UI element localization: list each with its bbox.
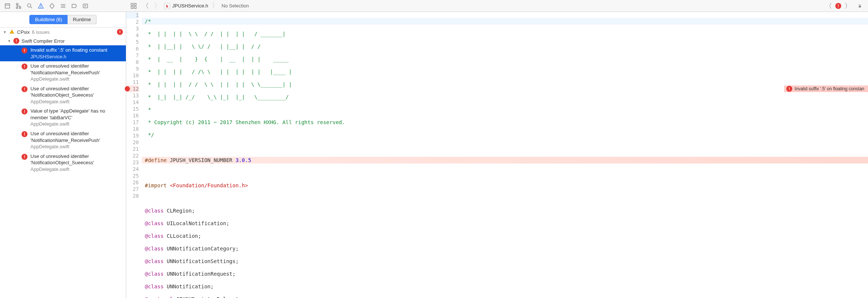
- line-number: 25: [126, 172, 139, 179]
- line-number: 6: [126, 45, 139, 52]
- issue-file: AppDelegate.swift: [30, 121, 123, 127]
- svg-line-9: [30, 7, 32, 8]
- nav-forward-button[interactable]: 〉: [152, 1, 163, 10]
- line-number: 26: [126, 179, 139, 186]
- project-icon: [9, 29, 15, 35]
- line-number: 8: [126, 59, 139, 65]
- svg-rect-20: [131, 6, 133, 8]
- error-icon: !: [22, 131, 27, 137]
- issue-item[interactable]: !Value of type 'AppDelegate' has no memb…: [0, 106, 126, 129]
- svg-rect-2: [16, 3, 18, 5]
- issue-group-row[interactable]: ▼ ! Swift Compiler Error: [0, 36, 126, 45]
- buildtime-tab[interactable]: Buildtime (6): [29, 15, 68, 24]
- svg-rect-21: [134, 6, 136, 8]
- issue-file: JPUSHService.h: [30, 54, 107, 60]
- project-row[interactable]: ▼ CPsix 6 issues !: [0, 27, 126, 36]
- line-number: 21: [126, 146, 139, 152]
- line-number: 9: [126, 65, 139, 72]
- svg-rect-3: [16, 7, 18, 9]
- issue-item[interactable]: !Use of unresolved identifier 'Notificat…: [0, 129, 126, 152]
- project-error-badge: !: [117, 29, 123, 35]
- line-number: 10: [126, 72, 139, 79]
- inline-error-banner[interactable]: ! Invalid suffix '.5' on floating consta…: [784, 85, 868, 92]
- issue-item[interactable]: !Use of unresolved identifier 'Notificat…: [0, 84, 126, 107]
- line-number: 23: [126, 159, 139, 166]
- issue-message: Use of unresolved identifier 'Notificati…: [30, 63, 123, 76]
- nav-tests-icon[interactable]: [47, 1, 57, 10]
- line-number: 3: [126, 25, 139, 32]
- code-area[interactable]: /* * | | | | \ \ / / | | | | / _______| …: [142, 12, 868, 298]
- disclosure-triangle-icon[interactable]: ▼: [7, 39, 11, 43]
- issue-message: Value of type 'AppDelegate' has no membe…: [30, 108, 123, 121]
- issue-message: Use of unresolved identifier 'Notificati…: [30, 85, 123, 98]
- toolbar: 〈 〉 h JPUSHService.h 〉 No Selection 〈 ! …: [0, 0, 868, 12]
- issue-item[interactable]: !Invalid suffix '.5' on floating constan…: [0, 45, 126, 61]
- group-title: Swift Compiler Error: [22, 38, 65, 44]
- breadcrumb-selection: No Selection: [222, 3, 249, 9]
- line-number: 4: [126, 32, 139, 39]
- line-number: 13: [126, 92, 139, 99]
- svg-rect-22: [859, 6, 861, 7]
- issues-sidebar: Buildtime (6) Runtime ▼ CPsix 6 issues !…: [0, 12, 126, 298]
- disclosure-triangle-icon[interactable]: ▼: [3, 30, 7, 34]
- svg-rect-19: [134, 3, 136, 5]
- next-issue-button[interactable]: 〉: [843, 1, 853, 10]
- segmented-control: Buildtime (6) Runtime: [0, 12, 126, 27]
- nav-issues-icon[interactable]: [36, 1, 46, 10]
- code-line: * | | | | / / \ \ | | | | \ \_______| |: [145, 81, 292, 87]
- prev-issue-button[interactable]: 〈: [823, 1, 834, 10]
- nav-debug-icon[interactable]: [58, 1, 68, 10]
- line-number: 5: [126, 39, 139, 45]
- code-line: */: [145, 132, 154, 138]
- line-number: 7: [126, 52, 139, 59]
- nav-back-button[interactable]: 〈: [140, 1, 151, 10]
- line-number: 17: [126, 119, 139, 126]
- error-indicator-icon[interactable]: !: [835, 3, 841, 9]
- breadcrumb-separator: 〉: [212, 2, 218, 10]
- line-number: 1: [126, 12, 139, 19]
- nav-breakpoints-icon[interactable]: [69, 1, 79, 10]
- code-line: * | |__| | \ \/ / | |__| | / /: [145, 43, 261, 49]
- issue-file: AppDelegate.swift: [30, 166, 123, 173]
- issue-file: AppDelegate.swift: [30, 143, 123, 150]
- issue-item[interactable]: !Use of unresolved identifier 'Notificat…: [0, 152, 126, 174]
- code-line: * | | | | / /\ \ | | | | | | |____ |: [145, 69, 292, 75]
- svg-rect-0: [5, 4, 10, 8]
- code-editor[interactable]: 1234567891011121314151617181920212223242…: [126, 12, 868, 298]
- issue-message: Use of unresolved identifier 'Notificati…: [30, 130, 123, 143]
- inline-error-text: Invalid suffix '.5' on floating constan: [794, 86, 864, 91]
- breadcrumb-file: JPUSHService.h: [172, 3, 208, 9]
- error-icon: !: [786, 86, 792, 92]
- line-number: 12: [126, 85, 139, 92]
- svg-point-11: [41, 7, 41, 7]
- line-number: 22: [126, 152, 139, 159]
- nav-hierarchy-icon[interactable]: [13, 1, 24, 10]
- line-number: 18: [126, 126, 139, 132]
- error-icon: !: [22, 64, 27, 69]
- svg-rect-18: [131, 3, 133, 5]
- code-line: * | __ | } { | __ | | | _____: [145, 56, 289, 62]
- breadcrumb[interactable]: h JPUSHService.h 〉 No Selection: [164, 2, 249, 10]
- nav-files-icon[interactable]: [2, 1, 13, 10]
- related-items-icon[interactable]: [128, 1, 139, 10]
- runtime-tab[interactable]: Runtime: [68, 15, 96, 24]
- error-icon: !: [13, 38, 19, 44]
- line-number: 19: [126, 132, 139, 139]
- nav-search-icon[interactable]: [25, 1, 35, 10]
- code-line: /*: [145, 18, 151, 24]
- issue-file: AppDelegate.swift: [30, 98, 123, 105]
- line-gutter: 1234567891011121314151617181920212223242…: [126, 12, 142, 298]
- project-name: CPsix: [17, 29, 30, 35]
- issue-message: Use of unresolved identifier 'Notificati…: [30, 153, 123, 166]
- error-line[interactable]: #define JPUSH_VERSION_NUMBER 3.0.5: [142, 157, 868, 163]
- svg-rect-15: [83, 4, 88, 8]
- nav-logs-icon[interactable]: [80, 1, 91, 10]
- line-number: 15: [126, 106, 139, 112]
- code-line: * Copyright (c) 2011 ~ 2017 Shenzhen HXH…: [145, 119, 345, 125]
- issue-item[interactable]: !Use of unresolved identifier 'Notificat…: [0, 61, 126, 84]
- lock-icon[interactable]: [855, 1, 865, 10]
- error-icon: !: [22, 86, 27, 92]
- line-number: 20: [126, 139, 139, 146]
- svg-point-8: [27, 4, 31, 7]
- line-number: 27: [126, 186, 139, 192]
